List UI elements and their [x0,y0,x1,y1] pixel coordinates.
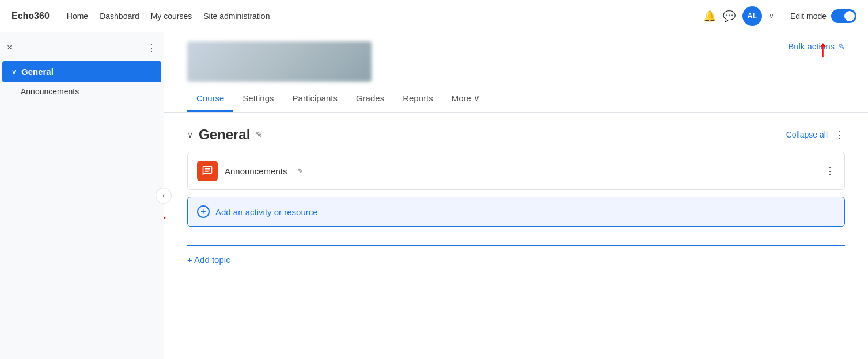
activity-name: Announcements [225,166,287,176]
sidebar-item-announcements[interactable]: Announcements [0,82,164,101]
section-options-icon[interactable]: ⋮ [835,128,845,141]
nav-home[interactable]: Home [67,12,88,21]
section-actions: Collapse all ⋮ [786,128,845,141]
notification-icon[interactable]: 🔔 [703,10,716,22]
course-tabs: Course Settings Participants Grades Repo… [187,86,845,112]
message-icon[interactable]: 💬 [723,10,736,22]
nav-site-administration[interactable]: Site administration [203,12,270,21]
activity-left: Announcements ✎ [197,161,304,181]
tabs-area: Course Settings Participants Grades Repo… [164,86,868,113]
sidebar-top: × ⋮ [0,39,164,61]
bulk-actions-pencil-icon: ✎ [838,42,845,51]
activity-edit-icon[interactable]: ✎ [297,167,304,175]
top-navigation: Echo360 Home Dashboard My courses Site a… [0,0,868,32]
nav-links: Home Dashboard My courses Site administr… [67,12,270,21]
section-divider [187,245,845,246]
section-collapse-icon[interactable]: ∨ [187,130,193,139]
section-title: General [199,127,250,143]
sidebar: × ⋮ ∨ General Announcements ‹ [0,32,164,359]
add-topic-label: + Add topic [187,255,230,265]
annotation-arrow-top: ↑ [817,37,829,60]
avatar-dropdown-icon[interactable]: ∨ [769,12,774,20]
section-header: ∨ General ✎ Collapse all ⋮ [187,127,845,143]
activity-forum-icon [197,161,218,181]
nav-right: 🔔 💬 AL ∨ Edit mode [703,6,856,26]
sidebar-general-chevron-icon: ∨ [12,68,17,76]
add-activity-button[interactable]: + Add an activity or resource [187,197,845,227]
edit-mode-label: Edit mode [790,12,827,21]
tab-course[interactable]: Course [187,86,233,112]
activity-options-icon[interactable]: ⋮ [825,165,835,177]
section-title-area: ∨ General ✎ [187,127,263,143]
course-banner-image [187,41,372,82]
sidebar-item-general[interactable]: ∨ General [2,61,161,82]
add-activity-plus-icon: + [197,205,210,218]
main-layout: × ⋮ ∨ General Announcements ‹ ↑ Bulk act… [0,32,868,359]
bulk-actions-button[interactable]: Bulk actions ✎ [788,41,845,51]
tab-participants[interactable]: Participants [283,86,347,112]
banner-area: Bulk actions ✎ [164,32,868,82]
main-content: ↑ Bulk actions ✎ Course Settings Partici… [164,32,868,359]
nav-dashboard[interactable]: Dashboard [100,12,139,21]
logo: Echo360 [12,11,50,21]
tab-grades[interactable]: Grades [347,86,393,112]
sidebar-general-label: General [21,67,54,77]
add-activity-label: Add an activity or resource [215,207,318,217]
collapse-all-button[interactable]: Collapse all [786,130,828,139]
nav-my-courses[interactable]: My courses [151,12,192,21]
sidebar-close-button[interactable]: × [7,43,12,53]
edit-mode-toggle[interactable] [831,9,856,23]
sidebar-collapse-button[interactable]: ‹ [156,188,172,204]
tab-more[interactable]: More ∨ [442,86,489,112]
activity-item-announcements: Announcements ✎ ⋮ [187,152,845,190]
tab-settings[interactable]: Settings [233,86,283,112]
annotation-arrow-left: → [164,208,169,227]
add-topic-button[interactable]: + Add topic [187,255,845,265]
content-body: ∨ General ✎ Collapse all ⋮ [164,113,868,278]
section-edit-icon[interactable]: ✎ [256,130,263,139]
tab-reports[interactable]: Reports [393,86,442,112]
avatar[interactable]: AL [742,6,762,26]
edit-mode-area: Edit mode [790,9,856,23]
sidebar-menu-button[interactable]: ⋮ [146,41,157,54]
